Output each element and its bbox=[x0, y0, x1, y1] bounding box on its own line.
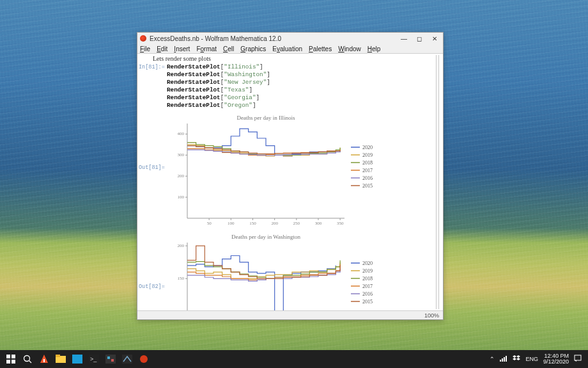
in-label: In[81]:= bbox=[139, 63, 164, 71]
svg-rect-81 bbox=[72, 355, 82, 364]
menu-cell[interactable]: Cell bbox=[223, 45, 234, 52]
svg-text:2016: 2016 bbox=[362, 291, 373, 297]
statusbar: 100% bbox=[137, 310, 443, 319]
svg-rect-90 bbox=[502, 358, 503, 362]
svg-rect-80 bbox=[56, 355, 60, 357]
close-button[interactable]: ✕ bbox=[431, 35, 438, 42]
code-line[interactable]: RenderStatePlot["Georgia"] bbox=[139, 94, 430, 102]
svg-text:100: 100 bbox=[228, 221, 235, 226]
out-label-2: Out[82]= bbox=[139, 284, 164, 290]
svg-text:300: 300 bbox=[315, 221, 322, 226]
taskbar: >_ ⌃ ENG 12:40 PM 9/12/2020 bbox=[0, 350, 588, 368]
svg-text:2015: 2015 bbox=[362, 299, 373, 305]
svg-rect-78 bbox=[43, 359, 45, 362]
taskbar-app-explorer[interactable] bbox=[52, 351, 69, 367]
svg-rect-93 bbox=[575, 355, 581, 360]
tray-clock[interactable]: 12:40 PM 9/12/2020 bbox=[543, 353, 569, 365]
minimize-button[interactable]: — bbox=[401, 35, 407, 42]
menu-insert[interactable]: Insert bbox=[174, 45, 190, 52]
output-cell-2: Out[82]= Deaths per day in Washington100… bbox=[139, 232, 430, 310]
titlebar[interactable]: ExcessDeaths.nb - Wolfram Mathematica 12… bbox=[137, 33, 443, 44]
code-line[interactable]: RenderStatePlot["New Jersey"] bbox=[139, 79, 430, 86]
menubar: File Edit Insert Format Cell Graphics Ev… bbox=[137, 44, 443, 54]
svg-text:2020: 2020 bbox=[362, 260, 373, 266]
window-controls: — ◻ ✕ bbox=[401, 35, 440, 42]
code-line[interactable]: RenderStatePlot["Oregon"] bbox=[139, 102, 430, 109]
svg-text:200: 200 bbox=[178, 243, 185, 248]
tray-date: 9/12/2020 bbox=[543, 359, 569, 365]
svg-text:2016: 2016 bbox=[362, 175, 373, 181]
svg-rect-74 bbox=[6, 360, 10, 364]
menu-format[interactable]: Format bbox=[196, 45, 217, 52]
svg-text:200: 200 bbox=[271, 221, 278, 226]
menu-edit[interactable]: Edit bbox=[157, 45, 167, 52]
taskbar-app-generic-2[interactable] bbox=[102, 351, 119, 367]
svg-rect-73 bbox=[12, 355, 15, 358]
svg-text:100: 100 bbox=[178, 195, 185, 200]
svg-rect-72 bbox=[6, 355, 10, 358]
svg-text:250: 250 bbox=[293, 221, 300, 226]
svg-rect-84 bbox=[105, 355, 116, 364]
taskbar-app-mathematica[interactable] bbox=[135, 351, 152, 367]
svg-point-76 bbox=[24, 356, 30, 362]
mathematica-window: ExcessDeaths.nb - Wolfram Mathematica 12… bbox=[137, 32, 444, 320]
svg-text:400: 400 bbox=[178, 131, 185, 136]
svg-rect-86 bbox=[111, 359, 114, 362]
svg-text:350: 350 bbox=[337, 221, 344, 226]
start-button[interactable] bbox=[3, 351, 19, 367]
maximize-button[interactable]: ◻ bbox=[416, 35, 422, 42]
svg-text:300: 300 bbox=[178, 152, 185, 157]
tray-language[interactable]: ENG bbox=[525, 356, 538, 362]
taskbar-app-browser[interactable] bbox=[36, 351, 52, 367]
window-title: ExcessDeaths.nb - Wolfram Mathematica 12… bbox=[150, 35, 401, 42]
menu-graphics[interactable]: Graphics bbox=[240, 45, 266, 52]
menu-window[interactable]: Window bbox=[338, 45, 361, 52]
svg-point-88 bbox=[140, 355, 148, 363]
chart-illinois: Deaths per day in Illinois10020030040050… bbox=[167, 113, 384, 228]
tray-notifications-icon[interactable] bbox=[574, 355, 582, 364]
taskbar-app-generic-1[interactable] bbox=[69, 351, 86, 367]
zoom-level[interactable]: 100% bbox=[424, 312, 439, 319]
taskbar-app-generic-3[interactable] bbox=[119, 351, 135, 367]
tray-network-icon[interactable] bbox=[500, 355, 507, 363]
svg-text:Deaths per day in Washington: Deaths per day in Washington bbox=[231, 234, 301, 240]
cell-brackets[interactable] bbox=[432, 55, 441, 309]
search-icon[interactable] bbox=[19, 351, 36, 367]
code-line[interactable]: RenderStatePlot["Washington"] bbox=[139, 71, 430, 79]
out-label-1: Out[81]= bbox=[139, 164, 164, 171]
svg-rect-75 bbox=[12, 360, 15, 364]
svg-text:100: 100 bbox=[178, 309, 185, 310]
code-line[interactable]: RenderStatePlot["Texas"] bbox=[139, 86, 430, 94]
svg-text:Deaths per day in Illinois: Deaths per day in Illinois bbox=[237, 115, 295, 121]
svg-text:150: 150 bbox=[178, 276, 185, 281]
svg-rect-89 bbox=[500, 360, 501, 362]
text-cell: Lets render some plots bbox=[139, 55, 430, 62]
app-icon bbox=[140, 35, 146, 42]
svg-text:2020: 2020 bbox=[362, 145, 373, 150]
svg-rect-91 bbox=[504, 357, 505, 362]
menu-palettes[interactable]: Palettes bbox=[309, 45, 332, 52]
svg-text:2015: 2015 bbox=[362, 183, 373, 189]
system-tray[interactable]: ⌃ ENG 12:40 PM 9/12/2020 bbox=[490, 353, 585, 365]
svg-text:200: 200 bbox=[178, 173, 185, 179]
tray-dropbox-icon[interactable] bbox=[513, 355, 520, 363]
svg-text:50: 50 bbox=[207, 221, 212, 226]
menu-file[interactable]: File bbox=[140, 45, 150, 52]
svg-rect-92 bbox=[506, 356, 507, 362]
svg-text:2019: 2019 bbox=[362, 268, 373, 274]
svg-text:2019: 2019 bbox=[362, 152, 373, 158]
svg-text:2018: 2018 bbox=[362, 160, 373, 166]
svg-text:2018: 2018 bbox=[362, 276, 373, 282]
menu-help[interactable]: Help bbox=[368, 45, 381, 52]
svg-rect-85 bbox=[107, 356, 110, 359]
output-cell-1: Out[81]= Deaths per day in Illinois10020… bbox=[139, 113, 430, 228]
code-line[interactable]: In[81]:=RenderStatePlot["Illinois"] bbox=[139, 63, 430, 71]
taskbar-app-terminal[interactable]: >_ bbox=[86, 351, 102, 367]
notebook-area[interactable]: Lets render some plots In[81]:=RenderSta… bbox=[137, 54, 443, 310]
menu-evaluation[interactable]: Evaluation bbox=[272, 45, 302, 52]
svg-text:2017: 2017 bbox=[362, 168, 373, 173]
input-cell[interactable]: In[81]:=RenderStatePlot["Illinois"]Rende… bbox=[139, 63, 430, 109]
svg-line-77 bbox=[29, 361, 32, 364]
tray-chevron-icon[interactable]: ⌃ bbox=[490, 356, 495, 362]
svg-text:2017: 2017 bbox=[362, 284, 373, 289]
